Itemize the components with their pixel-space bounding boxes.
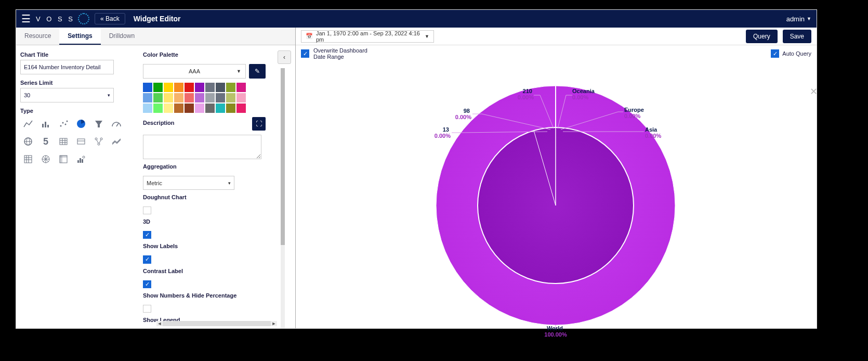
type-globe[interactable] <box>20 134 36 149</box>
color-swatch[interactable] <box>216 83 225 92</box>
color-swatch[interactable] <box>174 104 183 113</box>
menu-icon[interactable]: ☰ <box>21 12 31 25</box>
horizontal-scrollbar[interactable]: ◄ ► <box>156 321 277 326</box>
edit-palette-button[interactable]: ✎ <box>249 64 266 79</box>
color-swatch[interactable] <box>143 104 152 113</box>
palette-label: Color Palette <box>143 51 266 58</box>
save-button[interactable]: Save <box>783 30 811 43</box>
svg-marker-8 <box>95 121 102 127</box>
expand-description-button[interactable]: ⛶ <box>252 117 266 131</box>
scrollbar-track[interactable] <box>163 321 271 326</box>
type-tree[interactable] <box>91 134 107 149</box>
palette-select[interactable]: AAA ▼ <box>143 64 246 79</box>
tab-settings[interactable]: Settings <box>59 28 100 45</box>
scroll-left-arrow-icon[interactable]: ◄ <box>156 321 163 326</box>
tab-drilldown[interactable]: Drilldown <box>101 28 143 45</box>
color-swatch[interactable] <box>174 93 183 102</box>
show-numbers-label: Show Numbers & Hide Percentage <box>143 292 266 299</box>
color-swatch[interactable] <box>153 83 163 92</box>
back-button[interactable]: « Back <box>95 13 125 24</box>
type-funnel[interactable] <box>91 116 107 132</box>
doughnut-checkbox[interactable] <box>143 207 151 214</box>
overwrite-date-range-checkbox[interactable]: ✓ <box>301 49 309 58</box>
chart-type-grid: 5 <box>20 116 139 167</box>
color-swatch[interactable] <box>236 93 246 102</box>
show-labels-label: Show Labels <box>143 243 266 249</box>
type-gauge[interactable] <box>109 116 124 132</box>
color-swatch[interactable] <box>205 93 215 102</box>
color-swatch[interactable] <box>216 93 225 102</box>
type-trend[interactable] <box>109 134 124 149</box>
color-swatch[interactable] <box>226 83 235 92</box>
vertical-scrollbar[interactable] <box>281 68 285 328</box>
color-swatch[interactable] <box>205 104 215 113</box>
color-swatch[interactable] <box>153 104 163 113</box>
type-bar[interactable] <box>38 116 54 132</box>
color-swatch[interactable] <box>216 104 225 113</box>
user-menu[interactable]: admin ▼ <box>786 15 811 23</box>
show-labels-checkbox[interactable]: ✓ <box>143 255 151 263</box>
type-table[interactable] <box>56 134 71 149</box>
description-textarea[interactable] <box>143 135 261 159</box>
color-swatch[interactable] <box>205 83 215 92</box>
svg-point-3 <box>60 125 62 127</box>
series-limit-select[interactable]: 30 ▾ <box>20 88 114 102</box>
color-swatch[interactable] <box>185 93 194 102</box>
color-swatch[interactable] <box>236 104 246 113</box>
color-swatch[interactable] <box>143 83 152 92</box>
chart-title-input[interactable] <box>20 60 114 74</box>
chevron-down-icon: ▼ <box>807 16 811 21</box>
app-header: ☰ V O S S « Back Widget Editor admin ▼ <box>16 10 817 28</box>
chart-title-label: Chart Title <box>20 51 139 58</box>
date-range-picker[interactable]: 📅 Jan 1, 1970 2:00 am - Sep 23, 2022 4:1… <box>301 30 434 43</box>
svg-rect-0 <box>42 124 44 127</box>
color-swatch[interactable] <box>164 104 173 113</box>
contrast-label-checkbox[interactable]: ✓ <box>143 280 151 288</box>
bar-chart-icon <box>41 119 51 129</box>
color-swatch[interactable] <box>164 93 173 102</box>
number-icon: 5 <box>43 136 48 147</box>
color-swatch[interactable] <box>226 93 235 102</box>
close-icon[interactable]: ✕ <box>810 86 818 97</box>
three-d-checkbox[interactable]: ✓ <box>143 231 151 239</box>
svg-rect-39 <box>80 158 81 163</box>
collapse-panel-button[interactable]: ‹ <box>278 50 291 64</box>
type-number[interactable]: 5 <box>38 134 54 149</box>
tab-resource[interactable]: Resource <box>16 28 59 45</box>
query-button[interactable]: Query <box>746 30 778 43</box>
svg-rect-18 <box>77 139 85 144</box>
scroll-right-arrow-icon[interactable]: ► <box>271 321 277 326</box>
svg-line-9 <box>116 123 119 126</box>
color-swatch[interactable] <box>143 93 152 102</box>
type-pivot[interactable] <box>56 151 71 167</box>
type-card[interactable] <box>73 134 89 149</box>
aggregation-select[interactable]: Metric ▾ <box>143 176 234 190</box>
page-title: Widget Editor <box>134 15 181 23</box>
pie-chart: 210 0.00% Oceania 0.00% Europe 0.00% Asi… <box>400 70 712 341</box>
svg-point-6 <box>67 121 68 122</box>
color-swatch[interactable] <box>174 83 183 92</box>
color-swatch[interactable] <box>164 83 173 92</box>
type-grid[interactable] <box>20 151 36 167</box>
type-line[interactable] <box>20 116 36 132</box>
show-numbers-checkbox[interactable] <box>143 305 151 313</box>
color-swatch[interactable] <box>185 104 194 113</box>
scrollbar-thumb[interactable] <box>281 68 285 245</box>
type-histogram[interactable] <box>73 151 89 167</box>
type-radial[interactable] <box>38 151 54 167</box>
color-swatch[interactable] <box>195 83 204 92</box>
chevron-down-icon: ▼ <box>236 69 241 74</box>
color-swatch[interactable] <box>195 104 204 113</box>
auto-query-checkbox[interactable]: ✓ <box>771 49 779 58</box>
color-swatch[interactable] <box>226 104 235 113</box>
type-scatter[interactable] <box>56 116 71 132</box>
svg-rect-13 <box>60 138 67 145</box>
type-pie[interactable] <box>73 116 89 132</box>
color-swatch[interactable] <box>153 93 163 102</box>
color-swatch[interactable] <box>236 83 246 92</box>
color-swatch[interactable] <box>185 83 194 92</box>
color-swatch[interactable] <box>195 93 204 102</box>
slice-label-13: 13 0.00% <box>435 126 451 139</box>
svg-line-23 <box>97 140 98 143</box>
brand-logo: V O S S <box>36 13 89 24</box>
